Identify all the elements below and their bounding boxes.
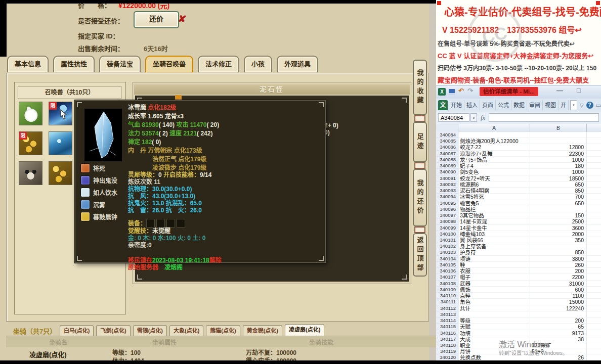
row-header[interactable]: 340112 (436, 305, 458, 311)
tooltip-corner-handle[interactable] (319, 256, 324, 261)
column-header-b[interactable]: B (530, 124, 587, 132)
cell-b[interactable]: 65 (530, 324, 587, 330)
cell-c[interactable] (587, 342, 601, 348)
cell-a[interactable]: 14星卡双混 (458, 218, 530, 224)
cell-b[interactable]: 260 (530, 262, 587, 268)
row-header[interactable]: 340084 (436, 132, 458, 138)
row-header[interactable]: 340103 (436, 249, 458, 255)
row-header[interactable]: 340094 (436, 194, 458, 200)
cell-b[interactable]: 180 (530, 163, 587, 169)
cell-a[interactable]: 剑烛沧海200男人122000 (458, 138, 530, 144)
cell-b[interactable] (530, 311, 587, 317)
tab-1[interactable]: 属性抗性 (53, 56, 95, 72)
pet-icon-panda-beast[interactable] (19, 161, 42, 185)
cell-b[interactable]: 31000 (530, 281, 587, 287)
pet-icon-gold-nuggets[interactable] (49, 161, 72, 185)
tooltip-corner-handle[interactable] (319, 102, 324, 107)
cell-c[interactable] (587, 305, 601, 311)
equip-slot[interactable] (156, 219, 165, 228)
row-header[interactable]: 340109 (436, 287, 458, 293)
select-all-corner[interactable] (436, 124, 458, 132)
row-header[interactable]: 340114 (436, 317, 458, 324)
tab-0[interactable]: 基本信息 (7, 56, 49, 72)
cell-b[interactable] (530, 243, 587, 249)
cell-a[interactable] (458, 132, 530, 138)
cell-a[interactable]: 护身符 (458, 249, 530, 255)
cell-a[interactable]: 鞋 (458, 262, 530, 268)
cell-b[interactable]: 1000 (530, 169, 587, 175)
cell-c[interactable] (587, 132, 601, 138)
cell-a[interactable]: 蟾宫兔5 (458, 200, 530, 206)
ribbon-tab-3[interactable]: 公式 (496, 100, 511, 110)
mount-tab-2[interactable]: 雪狼(点化) (133, 325, 167, 336)
cell-a[interactable]: 冰雪5将死 (458, 194, 530, 200)
cell-b[interactable]: 9173 (530, 330, 587, 336)
cell-c[interactable] (587, 330, 601, 336)
row-header[interactable]: 340097 (436, 212, 458, 218)
cell-c[interactable] (587, 144, 601, 150)
column-header-a[interactable]: A (458, 124, 530, 132)
cell-b[interactable]: 2000 (530, 231, 587, 237)
cell-a[interactable]: 蛟龙7-22 (458, 144, 530, 150)
cell-b[interactable] (530, 132, 587, 138)
cell-a[interactable]: 3其它物品 (458, 212, 530, 218)
cell-b[interactable]: 650 (530, 181, 587, 188)
row-header[interactable]: 340101 (436, 237, 458, 243)
row-header[interactable]: 340119 (436, 348, 458, 354)
row-header[interactable]: 340096 (436, 206, 458, 212)
cell-a[interactable]: 衣服 (458, 268, 530, 274)
cell-a[interactable]: 翼 风袋66 (458, 237, 530, 243)
column-header-c[interactable] (587, 124, 601, 132)
cell-b[interactable]: 2200 (530, 274, 587, 280)
cell-b[interactable] (530, 138, 587, 144)
collapse-ribbon-icon[interactable]: ▭ (596, 102, 601, 109)
ribbon-tab-7[interactable]: 开 (559, 100, 569, 110)
minimize-button[interactable]: — (556, 86, 563, 94)
cell-a[interactable]: 等级 (458, 317, 530, 324)
undo-button[interactable]: ↶ (458, 87, 464, 95)
cell-c[interactable] (587, 231, 601, 237)
row-header[interactable]: 340108 (436, 281, 458, 287)
row-header[interactable]: 340120 (436, 354, 458, 360)
cell-c[interactable] (587, 317, 601, 324)
tab-4[interactable]: 法术修正 (198, 56, 239, 72)
cell-b[interactable]: 2500 (530, 218, 587, 224)
cell-b[interactable]: 15000 (530, 299, 587, 305)
row-header[interactable]: 340085 (436, 138, 458, 144)
pet-icon-rabbit[interactable] (19, 102, 42, 125)
cell-a[interactable]: 14星卡金牛 (458, 225, 530, 231)
ribbon-tab-5[interactable]: 审阅 (527, 100, 543, 110)
cell-c[interactable] (587, 163, 601, 169)
cell-a[interactable]: 帽子 (458, 274, 530, 280)
cell-b[interactable]: 200 (530, 317, 587, 324)
cell-c[interactable] (587, 212, 601, 218)
cell-a[interactable]: 剑5变色 (458, 169, 530, 175)
cell-c[interactable] (587, 175, 601, 181)
cell-b[interactable]: 3600 (530, 225, 587, 231)
row-header[interactable]: 340115 (436, 324, 458, 330)
cell-a[interactable]: 龙马5+饰品 (458, 157, 530, 163)
formula-input[interactable] (489, 113, 599, 122)
ribbon-tab-6[interactable]: 视图 (543, 100, 559, 110)
row-header[interactable]: 340117 (436, 336, 458, 342)
cell-a[interactable]: 天赋 (458, 324, 530, 330)
tab-5[interactable]: 小孩 (244, 56, 272, 72)
cell-c[interactable] (587, 218, 601, 224)
cell-a[interactable] (458, 311, 530, 317)
ribbon-dropdown-icon[interactable]: ▾ (570, 100, 577, 110)
cell-c[interactable] (587, 268, 601, 274)
tab-6[interactable]: 外观道具 (277, 56, 318, 72)
cell-a[interactable]: 浪淘沙7+乱舞 (458, 151, 530, 157)
cell-c[interactable] (587, 243, 601, 249)
cell-c[interactable] (587, 274, 601, 280)
ribbon-tab-2[interactable]: 页面 (480, 100, 496, 110)
tab-3[interactable]: 坐骑召唤兽 (145, 56, 193, 72)
row-header[interactable]: 340118 (436, 342, 458, 348)
equip-slot[interactable] (166, 219, 175, 228)
cell-b[interactable]: 3800 (530, 256, 587, 262)
row-header[interactable]: 340116 (436, 330, 458, 336)
cell-a[interactable]: 桃源鹛6 (458, 181, 530, 188)
pet-icon-ice-crystal[interactable] (49, 131, 72, 155)
row-header[interactable]: 340086 (436, 144, 458, 150)
ribbon-tab-4[interactable]: 数据 (511, 100, 527, 110)
